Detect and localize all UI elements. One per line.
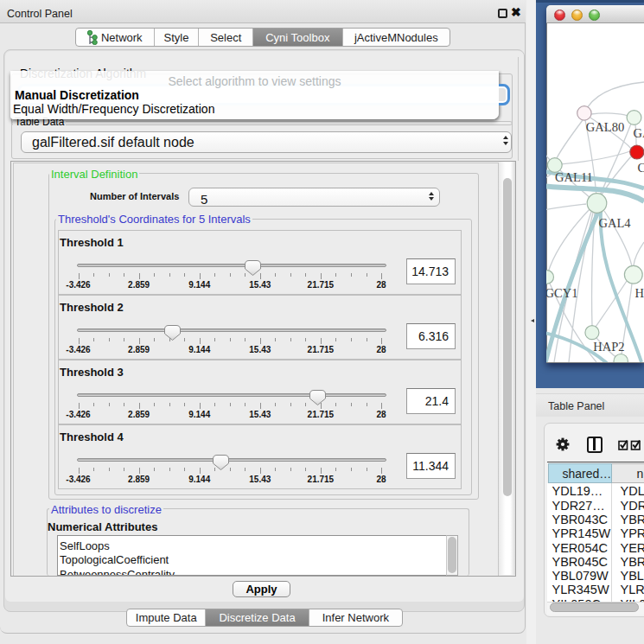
svg-text:GCY1: GCY1 <box>546 286 577 300</box>
svg-text:GAL80: GAL80 <box>586 120 624 134</box>
svg-text:GAL4: GAL4 <box>598 216 631 230</box>
svg-text:GAL11: GAL11 <box>555 170 593 184</box>
svg-text:HAP2: HAP2 <box>593 340 624 354</box>
svg-text:C: C <box>638 161 644 175</box>
svg-text:GAL: GAL <box>634 126 644 140</box>
svg-text:H: H <box>635 286 644 300</box>
